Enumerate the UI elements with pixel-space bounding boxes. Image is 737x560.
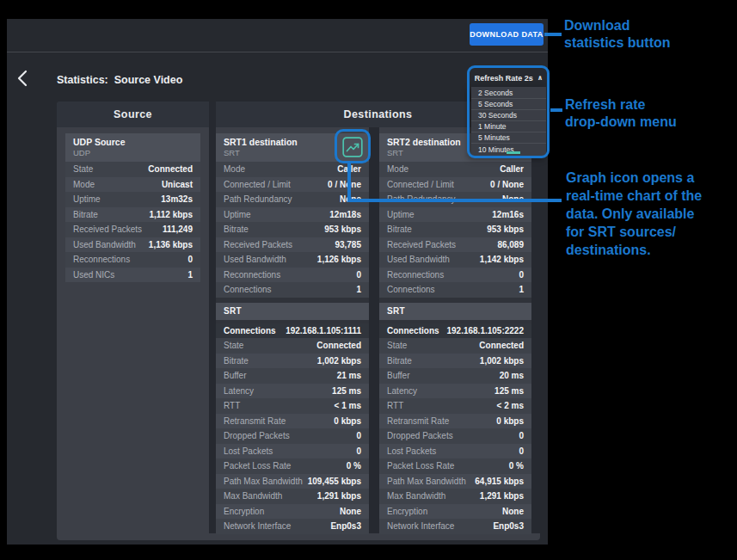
stat-row: Connected / Limit0 / None: [379, 177, 531, 193]
stat-value: 1,112 kbps: [149, 210, 193, 219]
stat-value: 0 / None: [328, 180, 361, 189]
stat-row: Bitrate1,002 kbps: [216, 354, 369, 369]
stat-label: Path Redundancy: [224, 194, 292, 204]
stat-value: 13m32s: [161, 194, 193, 204]
stat-label: Dropped Packets: [387, 431, 453, 440]
stat-value: 64,915 kbps: [475, 477, 524, 486]
stat-row: Bitrate953 kbps: [216, 222, 369, 237]
stat-value: 0 kbps: [496, 416, 524, 426]
stat-label: Packet Loss Rate: [224, 461, 291, 471]
stat-label: Path Max Bandwidth: [387, 477, 466, 486]
stat-label: Connected / Limit: [387, 180, 454, 189]
stat-label: Bitrate: [387, 225, 412, 234]
stat-label: Used Bandwidth: [73, 240, 136, 249]
stat-label: Reconnections: [387, 270, 444, 280]
stat-value: Connected: [148, 164, 193, 174]
stat-label: Connections: [224, 285, 272, 294]
stat-row: Network InterfaceEnp0s3: [216, 519, 369, 534]
card-title: UDP Source: [73, 137, 193, 148]
stat-row: Connections192.168.1.105:2222: [379, 323, 531, 339]
stat-row: Latency125 ms: [379, 384, 531, 399]
stat-value: Enp0s3: [330, 521, 361, 531]
stat-label: Encryption: [387, 507, 427, 516]
stat-row: Network InterfaceEnp0s3: [379, 519, 531, 534]
stat-label: Packet Loss Rate: [387, 461, 454, 471]
stat-label: Bitrate: [73, 210, 98, 219]
stat-label: Received Packets: [73, 225, 142, 234]
stat-row: ModeCaller: [216, 162, 369, 177]
stat-row: Connections1: [216, 282, 369, 298]
stat-rows: StateConnectedModeUnicastUptime13m32sBit…: [65, 162, 200, 282]
stat-label: RTT: [387, 401, 403, 410]
stat-row: Connected / Limit0 / None: [216, 177, 369, 193]
stat-label: Network Interface: [224, 521, 291, 531]
stat-label: Retransmit Rate: [224, 416, 286, 426]
stat-row: RTT< 2 ms: [379, 398, 531, 414]
stat-value: < 1 ms: [335, 401, 361, 410]
stat-label: Uptime: [387, 210, 415, 219]
srt1-destination-card: SRT1 destination SRT ModeCallerConnected…: [216, 133, 369, 534]
stat-label: Network Interface: [387, 521, 454, 531]
stat-label: Received Packets: [387, 240, 456, 249]
stat-value: 111,249: [163, 225, 193, 234]
stat-label: Uptime: [73, 194, 101, 204]
stat-label: Max Bandwidth: [387, 491, 445, 501]
back-button[interactable]: [15, 69, 29, 88]
stat-row: Uptime12m16s: [379, 207, 531, 223]
stat-label: Reconnections: [73, 255, 130, 264]
stat-value: 109,455 kbps: [308, 477, 361, 486]
stat-value: 12m16s: [492, 210, 524, 219]
stat-label: RTT: [224, 401, 240, 410]
stat-label: Connections: [387, 326, 439, 335]
download-annotation-line: [544, 33, 562, 36]
stat-row: RTT< 1 ms: [216, 398, 369, 414]
stat-value: 0: [519, 270, 524, 280]
stat-value: Enp0s3: [493, 521, 524, 531]
stat-row: StateConnected: [65, 162, 200, 177]
stat-label: Buffer: [387, 371, 410, 380]
stat-row: Connections192.168.1.105:1111: [216, 323, 369, 339]
stat-row: EncryptionNone: [216, 504, 369, 520]
stat-value: 0: [187, 255, 193, 264]
srt-section-header: SRT: [216, 303, 369, 320]
stat-row: Path Max Bandwidth64,915 kbps: [379, 474, 531, 489]
stat-row: Buffer20 ms: [379, 368, 531, 384]
stat-value: Connected: [479, 341, 524, 350]
stat-label: State: [224, 341, 243, 350]
stat-value: 1,002 kbps: [317, 356, 361, 366]
stat-label: Lost Packets: [224, 446, 273, 456]
graph-icon-callout: [335, 129, 371, 163]
stat-row: StateConnected: [379, 338, 531, 354]
download-data-button[interactable]: DOWNLOAD DATA: [470, 23, 544, 46]
stat-value: 86,089: [497, 240, 524, 249]
stat-value: 0 %: [509, 461, 524, 471]
stat-label: Connections: [224, 326, 276, 335]
refresh-menu-callout: [467, 65, 550, 158]
stat-value: 125 ms: [494, 386, 524, 396]
stat-value: 953 kbps: [487, 225, 524, 234]
srt-stat-rows: Connections192.168.1.105:1111StateConnec…: [216, 323, 369, 534]
udp-source-card-header: UDP Source UDP: [65, 133, 200, 162]
stat-label: State: [387, 341, 407, 350]
stat-value: Unicast: [162, 180, 193, 189]
stat-value: 1: [519, 285, 524, 294]
stat-row: Path Max Bandwidth109,455 kbps: [216, 474, 369, 489]
stat-row: Uptime13m32s: [65, 192, 200, 207]
stat-label: Bitrate: [224, 356, 249, 366]
stat-row: Used Bandwidth1,136 kbps: [65, 237, 200, 253]
graph-annotation-text: Graph icon opens a real-time chart of th…: [566, 169, 702, 259]
stat-row: Packet Loss Rate0 %: [379, 458, 531, 474]
header-divider: [7, 52, 548, 52]
stat-row: EncryptionNone: [379, 504, 531, 520]
graph-annotation-line: [347, 199, 562, 202]
stat-row: Dropped Packets0: [379, 428, 531, 444]
stat-value: 192.168.1.105:2222: [446, 326, 524, 335]
stat-row: StateConnected: [216, 338, 369, 354]
stat-value: 0 / None: [490, 180, 524, 189]
stat-row: Packet Loss Rate0 %: [216, 458, 369, 474]
column-gutter: [531, 127, 540, 533]
card-subtitle: UDP: [73, 148, 193, 157]
stat-label: Encryption: [224, 507, 264, 516]
stat-value: 1,126 kbps: [317, 255, 361, 264]
stat-label: Latency: [387, 386, 417, 396]
